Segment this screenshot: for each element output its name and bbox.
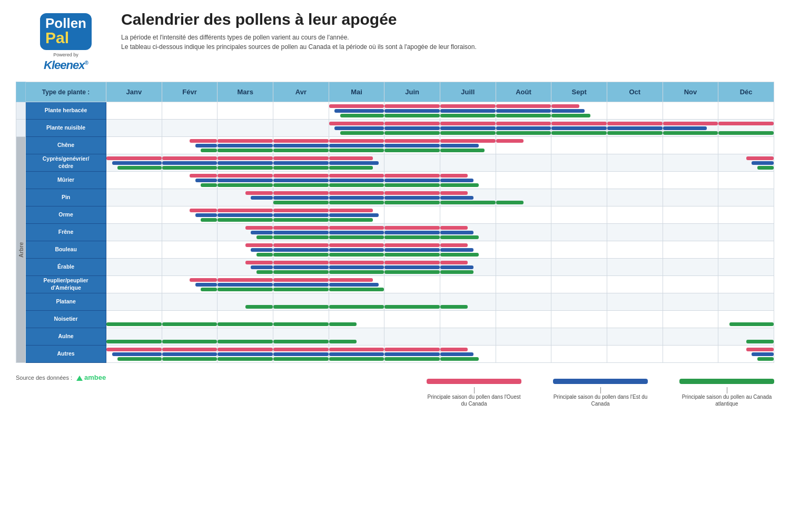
table-row: Autres (16, 346, 774, 363)
cell-erable-month-3 (273, 259, 329, 276)
bar-green (729, 322, 774, 326)
cell-cypres-month-3 (273, 154, 329, 172)
bar-blue (273, 231, 329, 234)
bar-blue (329, 196, 384, 200)
bar-green (117, 357, 162, 361)
cell-autres-month-2 (218, 346, 273, 363)
bar-green (256, 235, 273, 239)
bar-blue (329, 352, 384, 356)
month-jan: Janv (106, 82, 162, 102)
cell-aulne-month-3 (273, 328, 329, 346)
bar-pink (329, 348, 384, 351)
bar-blue (496, 109, 551, 113)
cell-autres-month-5 (384, 346, 440, 363)
bar-pink (746, 156, 774, 160)
label-pin: Pin (26, 189, 106, 206)
cell-orme-month-8 (551, 206, 607, 224)
bar-pink (218, 139, 273, 143)
bar-blue (440, 196, 473, 200)
bar-blue (195, 283, 218, 287)
bar-green (551, 131, 607, 135)
table-row: ArbreChêne (16, 137, 774, 154)
bar-blue (384, 352, 440, 356)
header-text: Calendrier des pollens à leur apogée La … (116, 11, 774, 52)
label-platane: Platane (26, 293, 106, 311)
bar-blue (195, 213, 218, 217)
cell-cypres-month-10 (663, 154, 718, 172)
bar-blue (329, 283, 379, 287)
bar-green (273, 149, 329, 152)
bar-pink (218, 209, 273, 212)
cell-frene-month-6 (440, 224, 496, 241)
bar-green (106, 340, 162, 343)
cell-noisetier-month-4 (329, 311, 384, 328)
bar-pink (551, 104, 579, 108)
bar-green (218, 288, 273, 291)
bar-pink (273, 243, 329, 247)
bar-blue (162, 352, 218, 356)
cell-plante-nuisible-month-6 (440, 120, 496, 137)
cell-platane-month-4 (329, 293, 384, 311)
table-row: Aulne (16, 328, 774, 346)
cell-platane-month-5 (384, 293, 440, 311)
bar-green (496, 131, 551, 135)
bar-pink (496, 139, 524, 143)
cell-platane-month-10 (663, 293, 718, 311)
cell-chene-month-1 (162, 137, 218, 154)
bar-green (440, 201, 496, 204)
cell-pin-month-6 (440, 189, 496, 206)
cell-chene-month-6 (440, 137, 496, 154)
bar-green (162, 357, 218, 361)
cell-murier-month-5 (384, 172, 440, 189)
bar-pink (190, 139, 217, 143)
cell-orme-month-3 (273, 206, 329, 224)
bar-blue (251, 196, 273, 200)
bar-green (273, 340, 329, 343)
bar-green (496, 114, 551, 117)
month-may: Mai (329, 82, 384, 102)
cell-plante-herbacee-month-3 (273, 102, 329, 120)
table-row: Cyprès/genévrier/cèdre (16, 154, 774, 172)
bar-green (245, 305, 273, 309)
bar-blue (384, 109, 440, 113)
bar-blue (218, 213, 273, 217)
cell-pin-month-2 (218, 189, 273, 206)
cell-orme-month-9 (607, 206, 663, 224)
cell-peuplier-month-1 (162, 276, 218, 293)
cell-autres-month-3 (273, 346, 329, 363)
cell-aulne-month-1 (162, 328, 218, 346)
cell-frene-month-5 (384, 224, 440, 241)
cell-plante-nuisible-month-2 (218, 120, 273, 137)
cell-murier-month-8 (551, 172, 607, 189)
cell-plante-nuisible-month-1 (162, 120, 218, 137)
bar-pink (106, 156, 162, 160)
bar-green (384, 149, 440, 152)
label-plante-nuisible: Plante nuisible (26, 120, 106, 137)
bar-blue (384, 231, 440, 234)
bar-green (440, 149, 485, 152)
bar-green (273, 270, 329, 274)
bar-pink (329, 174, 384, 178)
cell-cypres-month-8 (551, 154, 607, 172)
label-bouleau: Bouleau (26, 241, 106, 259)
type-header: Type de plante : (26, 82, 106, 102)
bar-pink (218, 348, 273, 351)
bar-green (218, 166, 273, 170)
bar-green (273, 201, 329, 204)
bar-pink (440, 104, 496, 108)
month-feb: Févr (162, 82, 218, 102)
bar-pink (273, 156, 329, 160)
cell-pin-month-10 (663, 189, 718, 206)
cell-orme-month-10 (663, 206, 718, 224)
label-autres: Autres (26, 346, 106, 363)
bar-pink (440, 243, 468, 247)
cell-plante-herbacee-month-7 (496, 102, 551, 120)
cell-aulne-month-2 (218, 328, 273, 346)
cell-aulne-month-10 (663, 328, 718, 346)
bar-green (329, 357, 384, 361)
header-row: Type de plante : Janv Févr Mars Avr Mai … (16, 82, 774, 102)
cell-chene-month-2 (218, 137, 273, 154)
cell-plante-herbacee-month-10 (663, 102, 718, 120)
cell-cypres-month-2 (218, 154, 273, 172)
cell-cypres-month-0 (106, 154, 162, 172)
